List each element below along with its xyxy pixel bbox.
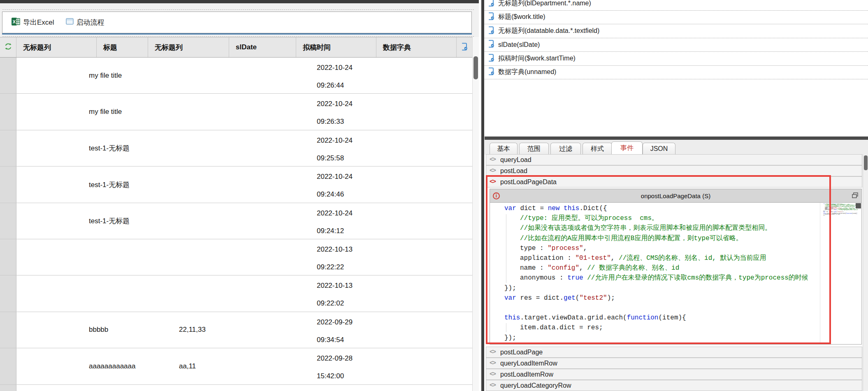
row-selector-cell[interactable] xyxy=(0,385,16,391)
tab-过滤[interactable]: 过滤 xyxy=(550,143,581,155)
field-binding-item[interactable]: 数据字典(unnamed) xyxy=(485,65,868,79)
field-binding-item[interactable]: slDate(slDate) xyxy=(485,38,868,52)
cell-textfield: aa,11 xyxy=(179,362,196,370)
event-row-postLoad[interactable]: <>postLoad xyxy=(486,165,862,176)
selection-dash-bottom xyxy=(2,36,474,37)
field-binding-label: 标题($work.title) xyxy=(498,13,545,21)
tab-事件[interactable]: 事件 xyxy=(611,141,643,155)
excel-icon: X xyxy=(12,17,20,28)
table-row[interactable]: test-1-无标题2022-10-2409:24:12 xyxy=(0,203,472,239)
table-row[interactable]: bbbbb22,11,332022-09-2909:34:54 xyxy=(0,312,472,348)
grid-body: my file title2022-10-2409:26:44my file t… xyxy=(0,58,472,391)
grid-scrollbar-thumb[interactable] xyxy=(473,56,478,79)
code-line: anonymous : true //允许用户在未登录的情况下读取cms的数据字… xyxy=(520,273,808,283)
restore-icon[interactable] xyxy=(852,192,858,200)
cell-title: test-1-无标题 xyxy=(89,143,130,153)
cell-date: 2022-10-24 xyxy=(317,173,353,181)
row-selector-cell[interactable] xyxy=(0,348,16,384)
minimap[interactable]: var dict = new this.Dict({//type: 应用类型。可… xyxy=(823,204,858,228)
toolbar-selection-line xyxy=(2,33,472,35)
editor-scrollbar-thumb[interactable] xyxy=(856,203,861,208)
event-label: queryLoadCategoryRow xyxy=(500,382,571,389)
field-binding-label: 数据字典(unnamed) xyxy=(498,68,556,76)
cell-date: 2022-10-24 xyxy=(317,137,353,145)
cell-title: bbbbb xyxy=(89,326,108,334)
cell-time: 09:25:58 xyxy=(317,154,344,162)
app-root: X 导出Excel 启动流程 无标题列标题无标题列slDate拟稿时间数据字典 … xyxy=(0,0,868,391)
event-row-queryLoadCategoryRow[interactable]: <>queryLoadCategoryRow xyxy=(486,380,862,391)
refresh-button[interactable] xyxy=(0,37,16,57)
field-binding-item[interactable]: 无标题列(blDepartment.*.name) xyxy=(485,0,868,11)
cell-title: aaaaaaaaaaaa xyxy=(89,362,135,370)
tab-基本[interactable]: 基本 xyxy=(490,143,518,155)
table-row[interactable]: 2022-10-1309:22:02 xyxy=(0,275,472,312)
row-selector-cell[interactable] xyxy=(0,58,16,93)
event-row-postLoadPage[interactable]: <>postLoadPage xyxy=(486,347,862,358)
grid-column-header[interactable]: 拟稿时间 xyxy=(296,37,376,57)
table-row[interactable]: aaaaaaaaaaaaaa,112022-09-2815:42:00 xyxy=(0,348,472,384)
panel-scrollbar-thumb[interactable] xyxy=(864,155,868,170)
grid-column-header[interactable]: 无标题列 xyxy=(148,37,229,57)
row-selector-cell[interactable] xyxy=(0,275,16,311)
export-excel-button[interactable]: X 导出Excel xyxy=(12,17,54,28)
cell-title: my file title xyxy=(89,72,122,80)
event-row-queryLoadItemRow[interactable]: <>queryLoadItemRow xyxy=(486,358,862,369)
code-editor[interactable]: i onpostLoadPageData (S) var dict = new … xyxy=(490,189,862,345)
svg-text:X: X xyxy=(13,19,16,24)
event-label: postLoadItemRow xyxy=(500,371,553,378)
field-binding-item[interactable]: 无标题列(datatable.data.*.textfield) xyxy=(485,24,868,38)
tab-JSON[interactable]: JSON xyxy=(643,143,675,155)
start-flow-button[interactable]: 启动流程 xyxy=(66,18,104,27)
editor-divider xyxy=(820,203,820,344)
code-line: //比如在流程的A应用脚本中引用流程B应用的脚本配置，则type可以省略。 xyxy=(520,234,743,243)
minimap-line: }); xyxy=(823,215,858,216)
window-icon xyxy=(66,18,74,27)
code-line: application : "01-test", //流程、CMS的名称、别名、… xyxy=(520,253,766,263)
cell-time: 09:24:46 xyxy=(317,190,344,199)
cell-textfield: 22,11,33 xyxy=(179,326,206,334)
row-selector-cell[interactable] xyxy=(0,203,16,239)
grid-column-header[interactable]: 无标题列 xyxy=(16,37,97,57)
cell-time: 09:26:33 xyxy=(317,118,344,126)
tab-样式[interactable]: 样式 xyxy=(583,143,612,155)
code-pane[interactable]: var dict = new this.Dict({//type: 应用类型。可… xyxy=(490,203,820,344)
cell-date: 2022-10-13 xyxy=(317,282,353,290)
add-column-button[interactable] xyxy=(457,37,472,57)
designer-canvas: X 导出Excel 启动流程 无标题列标题无标题列slDate拟稿时间数据字典 … xyxy=(0,0,479,391)
field-binding-label: slDate(slDate) xyxy=(498,41,540,49)
grid-column-header[interactable]: 数据字典 xyxy=(376,37,457,57)
grid-column-header[interactable]: slDate xyxy=(229,37,296,57)
tab-范围[interactable]: 范围 xyxy=(519,143,549,155)
row-selector-cell[interactable] xyxy=(0,130,16,166)
refresh-icon xyxy=(5,43,12,52)
table-row[interactable]: 2022-10-1309:22:22 xyxy=(0,239,472,275)
panel-scrollbar[interactable] xyxy=(863,154,868,391)
event-row-postLoadPageData[interactable]: <>postLoadPageData xyxy=(486,176,862,187)
code-editor-body[interactable]: var dict = new this.Dict({//type: 应用类型。可… xyxy=(490,203,861,344)
panel-divider-bar[interactable] xyxy=(485,137,868,140)
field-doc-icon xyxy=(488,0,494,8)
row-selector-cell[interactable] xyxy=(0,167,16,202)
event-row-postLoadItemRow[interactable]: <>postLoadItemRow xyxy=(486,369,862,380)
event-label: queryLoad xyxy=(500,156,531,164)
code-line: var res = dict.get("test2"); xyxy=(504,293,615,303)
field-binding-item[interactable]: 拟稿时间($work.startTime) xyxy=(485,52,868,66)
cell-date: 2022-10-24 xyxy=(317,100,353,108)
event-label: postLoadPageData xyxy=(500,178,557,186)
field-binding-label: 拟稿时间($work.startTime) xyxy=(498,54,576,63)
table-row[interactable]: my file title2022-10-2409:26:44 xyxy=(0,58,472,94)
field-binding-item[interactable]: 标题($work.title) xyxy=(485,10,868,24)
row-selector-cell[interactable] xyxy=(0,94,16,130)
table-row[interactable]: test-1-无标题2022-10-2409:24:46 xyxy=(0,167,472,203)
minimap-line: anonymous : true //允许用户在未登录的情况下读取cms的数据字… xyxy=(823,210,858,211)
table-row[interactable]: my file title2022-10-2409:26:33 xyxy=(0,94,472,130)
grid-column-header[interactable]: 标题 xyxy=(97,37,148,57)
row-selector-cell[interactable] xyxy=(0,312,16,348)
split-divider[interactable] xyxy=(479,0,485,391)
table-row[interactable] xyxy=(0,385,472,391)
event-row-queryLoad[interactable]: <>queryLoad xyxy=(486,154,862,165)
row-selector-cell[interactable] xyxy=(0,239,16,275)
start-flow-label: 启动流程 xyxy=(77,18,104,27)
grid-scrollbar[interactable] xyxy=(472,37,479,391)
table-row[interactable]: test-1-无标题2022-10-2409:25:58 xyxy=(0,130,472,167)
